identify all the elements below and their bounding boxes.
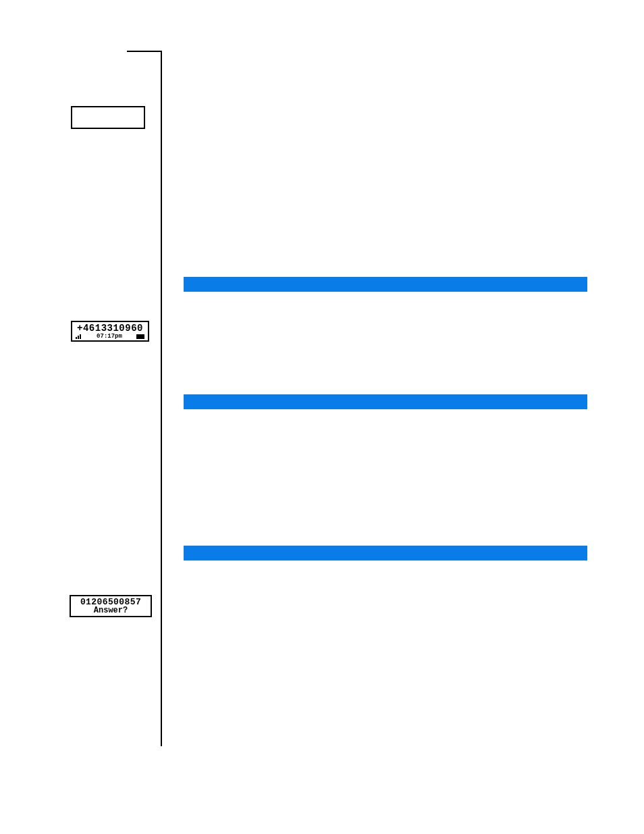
lcd-phone-number: +4613310960 xyxy=(74,323,146,333)
lcd-time: 07:17pm xyxy=(97,334,122,340)
lcd-screen-dialed-number: +4613310960 07:17pm xyxy=(71,321,149,342)
main-column xyxy=(163,51,587,561)
lcd-status-row: 07:17pm xyxy=(74,334,146,340)
document-page: +4613310960 07:17pm 01206500857 Answer? xyxy=(57,51,587,746)
signal-bars-icon xyxy=(76,334,82,339)
lcd-screen-empty xyxy=(71,106,145,129)
section-heading-bar-3 xyxy=(184,546,587,561)
sidebar-top-tick xyxy=(127,51,162,52)
section-heading-bar-1 xyxy=(184,277,587,292)
lcd-answer-prompt: Answer? xyxy=(72,606,149,615)
battery-icon xyxy=(136,334,144,339)
lcd-screen-incoming-call: 01206500857 Answer? xyxy=(70,595,152,617)
section-heading-bar-2 xyxy=(184,394,587,409)
sidebar: +4613310960 07:17pm 01206500857 Answer? xyxy=(57,51,162,746)
